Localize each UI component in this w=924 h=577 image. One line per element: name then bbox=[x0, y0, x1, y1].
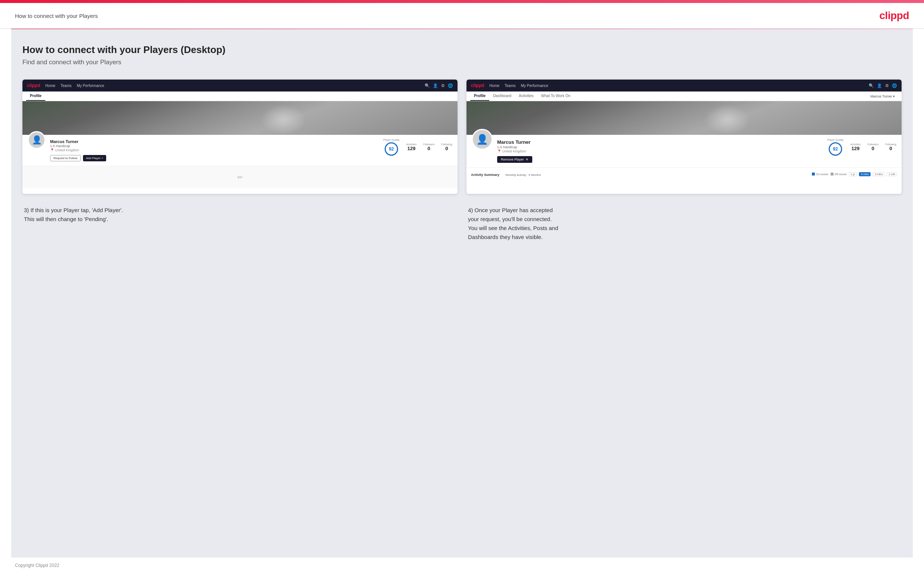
tab-dashboard[interactable]: Dashboard bbox=[489, 92, 515, 101]
left-nav-teams[interactable]: Teams bbox=[61, 84, 71, 88]
activity-section: Activity Summary Monthly Activity · 6 Mo… bbox=[467, 167, 901, 194]
right-action-btns: Remove Player ✕ bbox=[497, 156, 823, 163]
left-avatar: 👤 bbox=[27, 131, 45, 149]
edit-icon: ✏ bbox=[237, 173, 243, 182]
settings-icon[interactable]: ⚙ bbox=[441, 83, 445, 88]
left-nav-logo: clippd bbox=[27, 83, 40, 88]
left-nav: clippd Home Teams My Performance 🔍 👤 ⚙ 🌐 bbox=[23, 79, 457, 92]
left-nav-icons: 🔍 👤 ⚙ 🌐 bbox=[425, 83, 453, 88]
tab-activities[interactable]: Activities bbox=[515, 92, 537, 101]
description-right: 4) Once your Player has acceptedyour req… bbox=[467, 206, 901, 242]
activity-header: Activity Summary Monthly Activity · 6 Mo… bbox=[471, 171, 897, 177]
activity-controls: On course Off course 1 yr 6 mths 3 mths … bbox=[812, 172, 897, 176]
right-nav-teams[interactable]: Teams bbox=[505, 84, 515, 88]
right-search-icon[interactable]: 🔍 bbox=[869, 83, 874, 88]
activity-subtitle: Monthly Activity · 6 Months bbox=[506, 173, 541, 177]
left-player-name: Marcus Turner bbox=[50, 139, 379, 144]
off-course-dot bbox=[830, 172, 834, 176]
on-course-label: On course bbox=[816, 173, 828, 176]
left-quality-stat: Player Quality 92 bbox=[383, 139, 400, 156]
screenshot-right: clippd Home Teams My Performance 🔍 👤 ⚙ 🌐… bbox=[467, 79, 901, 194]
left-screenshot-bottom: ✏ bbox=[23, 166, 457, 188]
activity-title: Activity Summary bbox=[471, 173, 499, 177]
main-subheadline: Find and connect with your Players bbox=[23, 59, 901, 66]
legend-off-course: Off course bbox=[830, 172, 846, 176]
player-dropdown[interactable]: Marcus Turner ▾ bbox=[870, 95, 895, 98]
right-nav-performance[interactable]: My Performance bbox=[521, 84, 548, 88]
golf-bg-left bbox=[23, 101, 457, 135]
activity-chart bbox=[471, 180, 897, 191]
left-banner bbox=[23, 101, 457, 135]
screenshot-left: clippd Home Teams My Performance 🔍 👤 ⚙ 🌐… bbox=[23, 79, 457, 194]
main-headline: How to connect with your Players (Deskto… bbox=[23, 44, 901, 56]
right-player-location: 📍 United Kingdom bbox=[497, 149, 823, 153]
right-nav-logo: clippd bbox=[471, 83, 484, 88]
right-player-handicap: 1-5 Handicap bbox=[497, 145, 823, 149]
left-player-handicap: 1-5 Handicap bbox=[50, 144, 379, 148]
right-nav: clippd Home Teams My Performance 🔍 👤 ⚙ 🌐 bbox=[467, 79, 901, 92]
left-nav-home[interactable]: Home bbox=[45, 84, 55, 88]
top-bar bbox=[0, 0, 924, 3]
description-left-text: 3) If this is your Player tap, 'Add Play… bbox=[24, 206, 456, 224]
right-quality-circle: 92 bbox=[829, 142, 842, 156]
left-quality-value: 92 bbox=[389, 147, 394, 152]
golf-bg-right bbox=[467, 101, 901, 135]
right-profile-details: Marcus Turner 1-5 Handicap 📍 United King… bbox=[497, 139, 823, 163]
page-header: How to connect with your Players clippd bbox=[0, 3, 924, 29]
right-quality-value: 92 bbox=[833, 147, 838, 152]
page-footer: Copyright Clippd 2022 bbox=[0, 558, 924, 573]
left-action-btns: Request to Follow Add Player + bbox=[50, 155, 379, 161]
right-settings-icon[interactable]: ⚙ bbox=[885, 83, 889, 88]
left-stat-followers: Followers 0 bbox=[423, 143, 435, 151]
on-course-dot bbox=[812, 172, 815, 176]
tab-profile-right[interactable]: Profile bbox=[470, 92, 489, 101]
logo: clippd bbox=[880, 10, 909, 22]
tab-profile-left[interactable]: Profile bbox=[26, 92, 45, 101]
left-profile-details: Marcus Turner 1-5 Handicap 📍 United King… bbox=[50, 139, 379, 161]
search-icon[interactable]: 🔍 bbox=[425, 83, 430, 88]
right-user-icon[interactable]: 👤 bbox=[877, 83, 882, 88]
request-follow-button[interactable]: Request to Follow bbox=[50, 155, 81, 161]
right-banner bbox=[467, 101, 901, 135]
footer-text: Copyright Clippd 2022 bbox=[15, 563, 60, 568]
tab-what-to-work-on[interactable]: What To Work On bbox=[538, 92, 575, 101]
legend-on-course: On course bbox=[812, 172, 828, 176]
right-globe-icon[interactable]: 🌐 bbox=[892, 83, 897, 88]
description-left: 3) If this is your Player tap, 'Add Play… bbox=[23, 206, 457, 242]
right-stat-following: Following 0 bbox=[885, 143, 897, 151]
right-nav-home[interactable]: Home bbox=[489, 84, 499, 88]
left-profile-info: 👤 Marcus Turner 1-5 Handicap 📍 United Ki… bbox=[23, 135, 457, 166]
globe-icon[interactable]: 🌐 bbox=[448, 83, 453, 88]
time-3mths-button[interactable]: 3 mths bbox=[873, 172, 884, 176]
left-tabs: Profile bbox=[23, 92, 457, 101]
remove-player-button[interactable]: Remove Player ✕ bbox=[497, 156, 532, 163]
right-profile-info: 👤 Marcus Turner 1-5 Handicap 📍 United Ki… bbox=[467, 135, 901, 167]
right-nav-icons: 🔍 👤 ⚙ 🌐 bbox=[869, 83, 897, 88]
right-tabs: Profile Dashboard Activities What To Wor… bbox=[467, 92, 901, 101]
user-icon[interactable]: 👤 bbox=[433, 83, 438, 88]
remove-x-icon: ✕ bbox=[525, 158, 528, 161]
screenshots-row: clippd Home Teams My Performance 🔍 👤 ⚙ 🌐… bbox=[23, 79, 901, 194]
left-stat-following: Following 0 bbox=[441, 143, 452, 151]
avatar-icon-left: 👤 bbox=[32, 135, 42, 145]
right-avatar: 👤 bbox=[472, 129, 493, 150]
off-course-label: Off course bbox=[835, 173, 846, 176]
left-quality-circle: 92 bbox=[384, 142, 398, 156]
time-1mth-button[interactable]: 1 mth bbox=[887, 172, 897, 176]
time-1yr-button[interactable]: 1 yr bbox=[849, 172, 857, 176]
left-stat-activities: Activities 129 bbox=[406, 143, 417, 151]
right-quality-stat: Player Quality 92 bbox=[827, 139, 844, 156]
add-player-button[interactable]: Add Player + bbox=[83, 155, 106, 161]
left-nav-performance[interactable]: My Performance bbox=[77, 84, 104, 88]
description-right-text: 4) Once your Player has acceptedyour req… bbox=[468, 206, 900, 242]
right-stat-followers: Followers 0 bbox=[867, 143, 879, 151]
time-6mths-button[interactable]: 6 mths bbox=[859, 172, 871, 176]
right-stat-activities: Activities 129 bbox=[850, 143, 861, 151]
descriptions-row: 3) If this is your Player tap, 'Add Play… bbox=[23, 206, 901, 242]
main-content: How to connect with your Players (Deskto… bbox=[11, 29, 913, 558]
left-player-location: 📍 United Kingdom bbox=[50, 148, 379, 152]
page-title: How to connect with your Players bbox=[15, 13, 98, 19]
avatar-icon-right: 👤 bbox=[476, 134, 488, 145]
right-player-name: Marcus Turner bbox=[497, 139, 823, 145]
